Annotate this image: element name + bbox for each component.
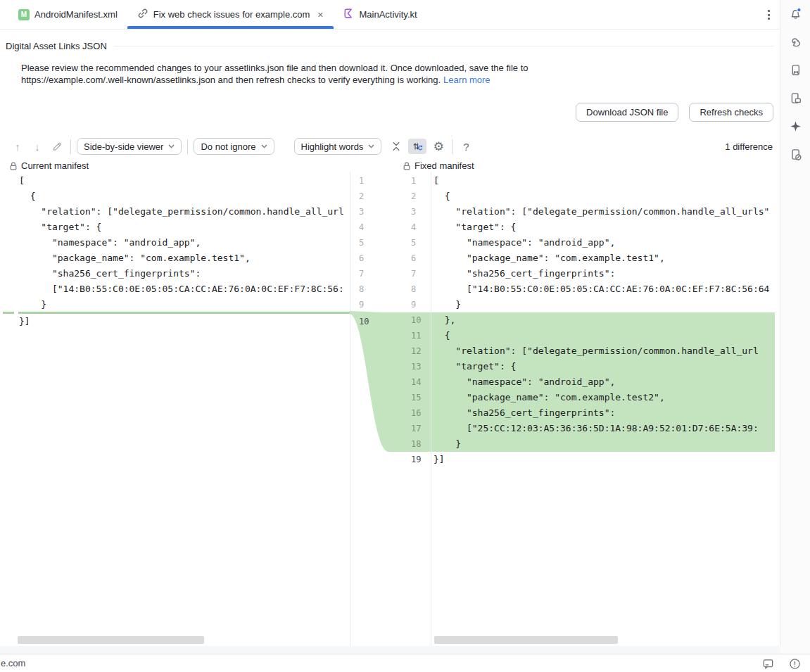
assistant-panel-header: Digital Asset Links JSON Please review t… bbox=[0, 30, 780, 134]
right-line-numbers: 12345678910111213141516171819 bbox=[411, 173, 421, 467]
gemini-sparkle-icon[interactable] bbox=[785, 116, 805, 136]
line-number: 9 bbox=[359, 297, 369, 312]
link-icon bbox=[137, 8, 148, 21]
tab-label: AndroidManifest.xml bbox=[34, 9, 118, 20]
tab-mainactivity[interactable]: MainActivity.kt bbox=[334, 0, 427, 29]
kotlin-file-icon bbox=[343, 8, 355, 21]
fixed-manifest-editor: [ { "relation": ["delegate_permission/co… bbox=[431, 173, 780, 646]
right-pane-title: Fixed manifest bbox=[415, 160, 474, 171]
lock-icon bbox=[9, 161, 18, 171]
code-line[interactable]: ["14:B0:55:C0:0E:05:05:CA:CC:AE:76:0A:0C… bbox=[0, 281, 350, 297]
line-number: 6 bbox=[411, 251, 421, 266]
tab-androidmanifest[interactable]: M AndroidManifest.xml bbox=[8, 0, 127, 29]
code-line[interactable]: }, bbox=[431, 312, 775, 328]
help-icon[interactable]: ? bbox=[458, 139, 474, 154]
code-line[interactable]: "namespace": "android_app", bbox=[0, 235, 350, 251]
code-line[interactable]: ["14:B0:55:C0:0E:05:05:CA:CC:AE:76:0A:0C… bbox=[431, 281, 780, 297]
difference-count: 1 difference bbox=[725, 141, 773, 152]
toolbar-separator bbox=[187, 139, 188, 154]
next-difference-icon[interactable]: ↓ bbox=[30, 139, 45, 154]
download-json-button[interactable]: Download JSON file bbox=[576, 103, 678, 122]
device-manager-icon[interactable] bbox=[785, 60, 805, 80]
right-pane-code: [ { "relation": ["delegate_permission/co… bbox=[431, 173, 780, 467]
code-line[interactable]: } bbox=[431, 297, 780, 312]
line-number: 17 bbox=[411, 421, 421, 436]
notifications-bell-icon[interactable] bbox=[785, 4, 805, 23]
left-pane-title: Current manifest bbox=[21, 160, 89, 171]
settings-gear-icon[interactable]: ⚙ bbox=[431, 139, 446, 154]
code-line[interactable]: "sha256_cert_fingerprints": bbox=[0, 266, 350, 281]
viewer-mode-dropdown[interactable]: Side-by-side viewer bbox=[77, 138, 182, 155]
line-number: 8 bbox=[359, 281, 369, 297]
status-bar: e.com bbox=[0, 654, 810, 672]
code-line[interactable]: "relation": ["delegate_permission/common… bbox=[431, 343, 775, 359]
toolbar-separator bbox=[452, 139, 453, 154]
diff-gutter: 12345678910 1234567891011121314151617181… bbox=[350, 173, 431, 646]
line-number: 16 bbox=[411, 405, 421, 421]
left-pane-header: Current manifest bbox=[9, 160, 89, 171]
refresh-checks-button[interactable]: Refresh checks bbox=[689, 103, 773, 122]
code-line[interactable]: "target": { bbox=[0, 220, 350, 235]
edit-pencil-icon[interactable] bbox=[49, 139, 65, 154]
code-line[interactable]: ["25:CC:12:03:A5:36:36:5D:1A:98:A9:52:01… bbox=[431, 421, 775, 436]
highlight-mode-dropdown[interactable]: Highlight words bbox=[294, 138, 382, 155]
chevron-down-icon bbox=[168, 144, 175, 148]
line-number: 13 bbox=[411, 359, 421, 374]
code-line[interactable]: { bbox=[0, 189, 350, 204]
code-line[interactable]: "target": { bbox=[431, 359, 775, 374]
line-number: 9 bbox=[411, 297, 421, 312]
line-number: 5 bbox=[411, 235, 421, 251]
gradle-elephant-icon[interactable] bbox=[785, 32, 805, 51]
section-header: Digital Asset Links JSON bbox=[6, 41, 774, 51]
kebab-menu-icon[interactable] bbox=[768, 10, 770, 20]
code-line[interactable]: "sha256_cert_fingerprints": bbox=[431, 266, 780, 281]
description-line-1: Please review the recommended changes to… bbox=[21, 62, 528, 74]
code-line[interactable]: "namespace": "android_app", bbox=[431, 374, 775, 390]
line-number: 18 bbox=[411, 436, 421, 452]
previous-difference-icon[interactable]: ↑ bbox=[10, 139, 25, 154]
description-line-2: https://example.com/.well-known/assetlin… bbox=[21, 74, 528, 86]
problems-info-icon[interactable] bbox=[789, 658, 801, 670]
code-line[interactable]: "package_name": "com.example.test2", bbox=[431, 390, 775, 405]
collapse-unchanged-icon[interactable] bbox=[388, 139, 404, 154]
code-line[interactable]: { bbox=[431, 328, 775, 343]
close-icon[interactable]: × bbox=[317, 10, 323, 20]
code-line[interactable]: "package_name": "com.example.test1", bbox=[0, 251, 350, 266]
synchronize-scrolling-toggle[interactable] bbox=[408, 139, 426, 154]
line-number: 3 bbox=[359, 204, 369, 220]
line-number: 2 bbox=[411, 189, 421, 204]
manifest-file-icon: M bbox=[18, 9, 30, 20]
change-marker-dash bbox=[3, 312, 14, 314]
diff-toolbar: ↑ ↓ Side-by-side viewer Do not ignore Hi… bbox=[0, 134, 780, 159]
code-line[interactable]: "relation": ["delegate_permission/common… bbox=[0, 204, 350, 220]
line-number: 5 bbox=[359, 235, 369, 251]
right-tool-sidebar bbox=[780, 0, 810, 654]
code-line[interactable]: } bbox=[431, 436, 775, 452]
ignore-policy-dropdown[interactable]: Do not ignore bbox=[194, 138, 274, 155]
line-number: 3 bbox=[411, 204, 421, 220]
code-line[interactable]: }] bbox=[0, 314, 350, 329]
code-line[interactable]: "relation": ["delegate_permission/common… bbox=[431, 204, 780, 220]
learn-more-link[interactable]: Learn more bbox=[443, 75, 490, 85]
code-line[interactable]: [ bbox=[431, 173, 780, 189]
code-line[interactable]: "target": { bbox=[431, 220, 780, 235]
section-divider bbox=[114, 46, 774, 46]
left-horizontal-scrollbar[interactable] bbox=[18, 636, 204, 644]
balloon-notification-icon[interactable] bbox=[762, 658, 774, 670]
code-line[interactable]: "namespace": "android_app", bbox=[431, 235, 780, 251]
app-links-assistant-icon[interactable] bbox=[785, 144, 805, 164]
line-number: 7 bbox=[359, 266, 369, 281]
running-devices-icon[interactable] bbox=[785, 88, 805, 108]
android-studio-window: M AndroidManifest.xml Fix web check issu… bbox=[0, 0, 810, 672]
action-buttons: Download JSON file Refresh checks bbox=[576, 103, 773, 122]
code-line[interactable]: "package_name": "com.example.test1", bbox=[431, 251, 780, 266]
line-number: 11 bbox=[411, 328, 421, 343]
left-line-numbers: 12345678910 bbox=[359, 173, 369, 329]
code-line[interactable]: } bbox=[0, 297, 350, 312]
tab-fix-web-check-issues[interactable]: Fix web check issues for example.com × bbox=[127, 0, 334, 29]
code-line[interactable]: "sha256_cert_fingerprints": bbox=[431, 405, 775, 421]
right-horizontal-scrollbar[interactable] bbox=[434, 636, 618, 644]
code-line[interactable]: { bbox=[431, 189, 780, 204]
code-line[interactable]: [ bbox=[0, 173, 350, 189]
code-line[interactable]: }] bbox=[431, 452, 780, 467]
